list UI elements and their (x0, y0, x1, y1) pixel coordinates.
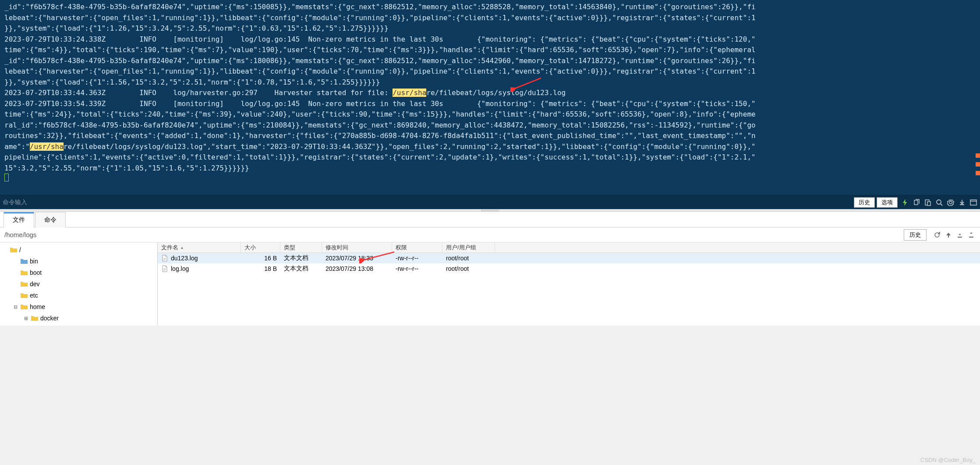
tree-item[interactable]: bin (0, 256, 157, 267)
paste-icon[interactable] (924, 199, 932, 206)
search-icon[interactable] (935, 199, 943, 206)
command-input-bar: 命令输入 历史 选项 (0, 195, 980, 209)
terminal-output[interactable]: _id":"f6b578cf-438e-4795-b35b-6afaf8240e… (0, 0, 980, 195)
tab-command[interactable]: 命令 (35, 212, 66, 227)
svg-rect-6 (970, 200, 976, 205)
up-arrow-icon[interactable] (944, 231, 953, 239)
scroll-marker (976, 162, 980, 167)
copy-icon[interactable] (913, 199, 920, 206)
tree-item[interactable]: boot (0, 267, 157, 278)
terminal-split-icon[interactable] (969, 199, 977, 206)
tree-item[interactable]: ⊞docker (0, 312, 157, 324)
svg-rect-1 (914, 200, 918, 205)
svg-point-4 (937, 200, 941, 204)
tree-item[interactable]: dev (0, 278, 157, 290)
file-browser: / binbootdevetc⊟home⊞docker 文件名▲ 大小 类型 修… (0, 242, 980, 326)
options-button[interactable]: 选项 (877, 197, 898, 208)
tree-item[interactable]: ⊟home (0, 301, 157, 312)
col-header-size[interactable]: 大小 (241, 242, 280, 252)
scroll-marker (976, 171, 980, 175)
history-button[interactable]: 历史 (854, 197, 875, 208)
gear-icon[interactable] (947, 199, 955, 206)
tab-file[interactable]: 文件 (4, 212, 34, 227)
download-file-icon[interactable] (955, 231, 964, 239)
svg-rect-3 (927, 202, 930, 206)
svg-line-5 (941, 204, 942, 206)
col-header-owner[interactable]: 用户/用户组 (442, 242, 495, 252)
directory-tree[interactable]: / binbootdevetc⊟home⊞docker (0, 242, 158, 326)
path-bar: /home/logs 历史 (0, 227, 980, 242)
col-header-perm[interactable]: 权限 (392, 242, 442, 252)
bottom-tabs: 文件 命令 (0, 212, 980, 227)
upload-file-icon[interactable] (967, 231, 976, 239)
lightning-icon[interactable] (901, 199, 909, 206)
command-input[interactable]: 命令输入 (3, 199, 852, 206)
file-list-header: 文件名▲ 大小 类型 修改时间 权限 用户/用户组 (158, 242, 980, 253)
col-header-name[interactable]: 文件名▲ (158, 242, 241, 252)
file-row[interactable]: log.log18 B文本文档2023/07/29 13:08-rw-r--r-… (158, 263, 980, 274)
scroll-marker (976, 153, 980, 158)
current-path[interactable]: /home/logs (4, 231, 904, 238)
col-header-date[interactable]: 修改时间 (322, 242, 392, 252)
download-icon[interactable] (958, 199, 966, 206)
refresh-icon[interactable] (933, 231, 941, 239)
tree-item[interactable]: etc (0, 290, 157, 301)
col-header-type[interactable]: 类型 (280, 242, 322, 252)
terminal-cursor (4, 174, 9, 181)
file-list[interactable]: 文件名▲ 大小 类型 修改时间 权限 用户/用户组 du123.log16 B文… (158, 242, 980, 326)
tree-root[interactable]: / (0, 244, 157, 256)
file-row[interactable]: du123.log16 B文本文档2023/07/29 18:33-rw-r--… (158, 253, 980, 263)
path-history-button[interactable]: 历史 (904, 229, 927, 241)
